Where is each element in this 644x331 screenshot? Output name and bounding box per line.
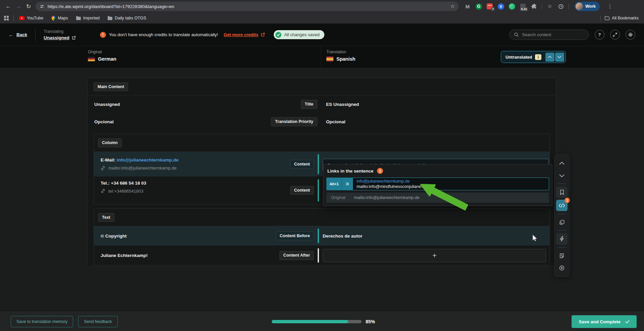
- job-title-link[interactable]: Unassigned: [44, 35, 76, 40]
- editor-header: ← Back Translating Unassigned ! You don'…: [0, 23, 644, 46]
- segment-row-copyright[interactable]: © Copyright Content Before Derechos de a…: [94, 226, 549, 246]
- links-popup-title: Links in the sentence: [327, 169, 373, 174]
- gear-icon: [628, 32, 633, 37]
- translation-progress: 85%: [272, 312, 375, 331]
- translation-label: Translation: [326, 50, 355, 54]
- target-text[interactable]: Derechos de autor: [323, 234, 549, 239]
- bookmark-label: YouTube: [27, 16, 43, 20]
- maps-pin-icon: [51, 16, 55, 21]
- toolbar-divider: [557, 214, 566, 214]
- segment-row-name[interactable]: Juliane Echternkamp! Content After: [94, 246, 549, 265]
- toolbar-divider: [557, 184, 566, 184]
- help-icon: ?: [598, 32, 601, 37]
- row-accent-bar: [318, 248, 319, 263]
- auto-translate-button[interactable]: [556, 233, 568, 245]
- links-markers-button[interactable]: 1: [556, 200, 568, 211]
- original-label: Original: [88, 50, 116, 54]
- browser-reload-icon[interactable]: ↻: [23, 1, 34, 11]
- reject-segment-button[interactable]: [556, 263, 568, 273]
- bookmark-icon: [560, 190, 564, 195]
- translation-language-block: Translation Spanish: [326, 50, 355, 62]
- all-changes-saved-badge: All changes saved: [274, 30, 324, 39]
- grammarly-extension-icon[interactable]: G: [475, 3, 482, 10]
- browser-back-icon[interactable]: ←: [3, 1, 13, 11]
- untranslated-filter[interactable]: Untranslated 1: [501, 51, 566, 63]
- browser-menu-icon[interactable]: ⋮: [607, 3, 612, 9]
- remove-link-button[interactable]: [342, 178, 353, 190]
- bookmark-maps[interactable]: Maps: [51, 16, 68, 21]
- progress-fill: [272, 320, 348, 323]
- chevron-up-icon: [559, 162, 565, 165]
- bookmark-segment-button[interactable]: [556, 187, 568, 198]
- next-segment-button[interactable]: [556, 170, 568, 181]
- address-bar[interactable]: https://e.ate.wpml.org/dashboard?id=1792…: [36, 2, 459, 11]
- red-extension-icon[interactable]: 7: [486, 3, 493, 10]
- version-extension-icon[interactable]: 5.21: [520, 3, 526, 10]
- reading-list-star-icon[interactable]: ☆: [546, 3, 553, 10]
- malwarebytes-extension-icon[interactable]: M: [464, 3, 471, 10]
- fullscreen-button[interactable]: [610, 30, 620, 40]
- previous-untranslated-button[interactable]: [545, 53, 554, 62]
- blue-extension-icon[interactable]: [497, 3, 504, 10]
- history-icon[interactable]: [557, 3, 564, 10]
- column-section-header: Column: [94, 134, 549, 151]
- bookmark-star-icon[interactable]: ☆: [450, 3, 455, 9]
- green-extension-icon[interactable]: [508, 3, 515, 10]
- search-icon: [514, 32, 519, 37]
- next-untranslated-button[interactable]: [555, 53, 564, 62]
- links-count-badge: 1: [377, 168, 383, 174]
- save-to-translation-memory-button[interactable]: Save to translation memory: [11, 316, 73, 327]
- settings-button[interactable]: [626, 30, 635, 40]
- send-feedback-button[interactable]: Send feedback: [78, 316, 117, 327]
- main-content-section-header: Main Content: [88, 78, 556, 95]
- text-section-header: Text: [94, 209, 549, 226]
- version-badge: 5.21: [520, 7, 528, 11]
- german-flag-icon: [88, 57, 95, 61]
- translation-language-name: Spanish: [336, 56, 355, 62]
- filter-count-badge: 1: [535, 54, 541, 60]
- note-icon: [559, 253, 564, 258]
- job-title: Unassigned: [44, 35, 69, 40]
- saved-badge-label: All changes saved: [284, 32, 320, 37]
- save-and-complete-button[interactable]: Save and Complete: [572, 315, 637, 328]
- warning-icon: !: [100, 32, 106, 38]
- target-text[interactable]: ES Unassigned: [326, 102, 556, 107]
- bookmark-daily-tabs[interactable]: Daily tabs OTGS: [108, 16, 146, 20]
- help-button[interactable]: ?: [595, 30, 604, 40]
- apps-grid-button[interactable]: [4, 16, 9, 20]
- links-count-badge: 1: [565, 198, 570, 203]
- annotation-arrow: [413, 180, 473, 212]
- original-link-value: mailto:info@julianeechternkamp.de: [354, 195, 419, 200]
- browser-profile-button[interactable]: Work: [575, 2, 600, 11]
- get-more-credits-link[interactable]: Get more credits: [224, 32, 265, 37]
- bookmarks-separator: [600, 15, 601, 21]
- chevron-up-icon: [548, 56, 552, 58]
- content-search[interactable]: [509, 29, 589, 40]
- all-bookmarks-button[interactable]: All Bookmarks: [605, 16, 639, 20]
- bookmark-youtube[interactable]: YouTube: [19, 16, 43, 20]
- bookmark-imported[interactable]: Imported: [76, 16, 100, 20]
- url-text[interactable]: https://e.ate.wpml.org/dashboard?id=1792…: [48, 4, 447, 9]
- source-text: Opcional: [88, 119, 271, 124]
- row-accent-bar: [318, 154, 319, 174]
- notes-button[interactable]: [556, 250, 568, 261]
- copy-source-button[interactable]: [556, 217, 568, 227]
- job-context: Translating Unassigned: [44, 29, 76, 40]
- back-button[interactable]: ← Back: [9, 32, 27, 38]
- folder-icon: [108, 16, 112, 20]
- source-text: © Copyright: [94, 234, 276, 239]
- progress-percent: 85%: [366, 319, 375, 324]
- previous-segment-button[interactable]: [556, 158, 568, 169]
- site-settings-icon[interactable]: [40, 4, 44, 9]
- browser-forward-icon[interactable]: →: [13, 1, 23, 11]
- search-input[interactable]: [522, 32, 584, 37]
- row-accent-bar: [318, 179, 319, 202]
- target-text[interactable]: Opcional: [326, 119, 556, 124]
- segment-row-title[interactable]: Unassigned Title ES Unassigned: [88, 95, 556, 113]
- original-language-name: German: [98, 56, 116, 62]
- mouse-cursor: [532, 235, 538, 242]
- field-chip: Content After: [279, 251, 314, 260]
- segment-row-priority[interactable]: Opcional Translation Priority Opcional: [88, 113, 556, 130]
- extensions-puzzle-icon[interactable]: [531, 3, 537, 10]
- add-translation-button[interactable]: [323, 249, 546, 262]
